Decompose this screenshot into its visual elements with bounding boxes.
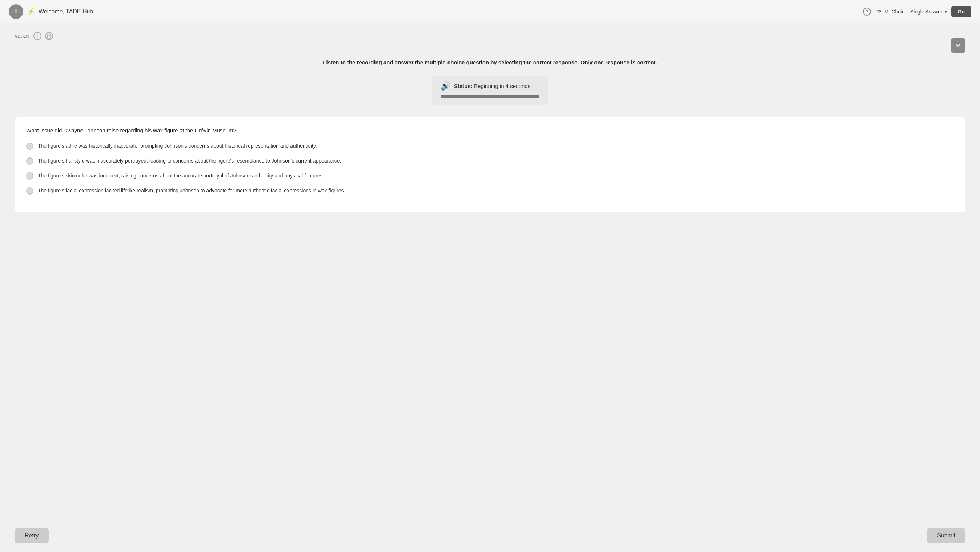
question-text: What issue did Dwayne Johnson raise rega… [26,127,954,134]
question-type-label: P3: M. Choice, Single Answer [875,9,942,14]
main-content: #0001 i 📋 ✏ Listen to the recording and … [0,23,980,522]
option-text-b: The figure's hairstyle was inaccurately … [38,157,341,165]
chevron-down-icon: ▾ [945,9,947,14]
section-divider [14,43,966,43]
progress-bar-container [441,94,539,98]
go-button[interactable]: Go [951,6,971,18]
header-title: Welcome, TADE Hub [38,8,93,15]
header-left: T ⚡ Welcome, TADE Hub [9,4,93,19]
question-number: #0001 [14,33,30,39]
answer-option-b[interactable]: The figure's hairstyle was inaccurately … [26,157,954,165]
answer-option-d[interactable]: The figure's facial expression lacked li… [26,187,954,195]
info-icon[interactable]: i [33,32,41,40]
footer: Retry Submit [0,522,980,552]
radio-b[interactable] [26,158,33,165]
audio-player-top: 🔊 Status: Beginning in 4 seconds [441,81,539,91]
status-text: Status: Beginning in 4 seconds [454,83,530,89]
option-text-c: The figure's skin color was incorrect, r… [38,172,324,180]
help-icon[interactable]: ? [863,8,871,16]
radio-d[interactable] [26,187,33,195]
speaker-icon: 🔊 [441,81,450,91]
lightning-icon: ⚡ [27,8,35,16]
pencil-icon[interactable]: ✏ [951,38,966,53]
submit-button[interactable]: Submit [927,528,966,543]
question-type-selector[interactable]: P3: M. Choice, Single Answer ▾ [875,9,947,14]
question-header: #0001 i 📋 [14,32,966,40]
audio-player: 🔊 Status: Beginning in 4 seconds [432,76,548,105]
retry-button[interactable]: Retry [14,528,49,543]
option-text-d: The figure's facial expression lacked li… [38,187,345,195]
avatar: T [9,4,23,19]
status-label: Status: [454,83,473,89]
instruction-text: Listen to the recording and answer the m… [14,59,966,67]
question-card: What issue did Dwayne Johnson raise rega… [14,117,966,212]
header-right: ? P3: M. Choice, Single Answer ▾ Go [863,6,971,18]
progress-bar-fill [441,94,539,98]
option-text-a: The figure's attire was historically ina… [38,142,317,150]
answer-option-c[interactable]: The figure's skin color was incorrect, r… [26,172,954,180]
notes-icon[interactable]: 📋 [45,32,53,40]
header: T ⚡ Welcome, TADE Hub ? P3: M. Choice, S… [0,0,980,23]
answer-option-a[interactable]: The figure's attire was historically ina… [26,142,954,150]
radio-a[interactable] [26,142,33,150]
radio-c[interactable] [26,172,33,180]
status-value: Beginning in 4 seconds [474,83,530,89]
